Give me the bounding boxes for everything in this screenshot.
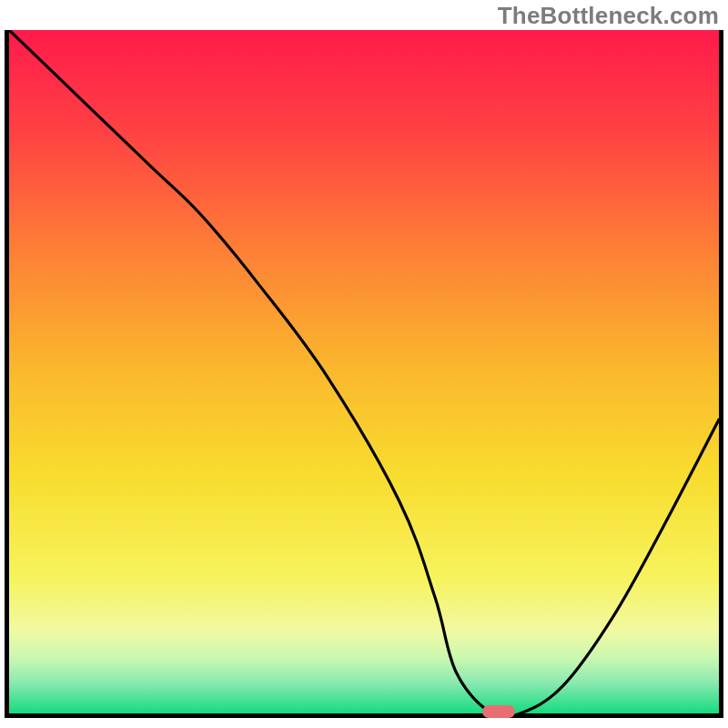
- chart-frame: [5, 30, 723, 718]
- chart-container: TheBottleneck.com: [0, 0, 728, 728]
- bottleneck-curve: [9, 30, 719, 713]
- optimal-point-marker: [482, 705, 515, 718]
- watermark-text: TheBottleneck.com: [498, 2, 719, 30]
- chart-curve-layer: [9, 30, 719, 713]
